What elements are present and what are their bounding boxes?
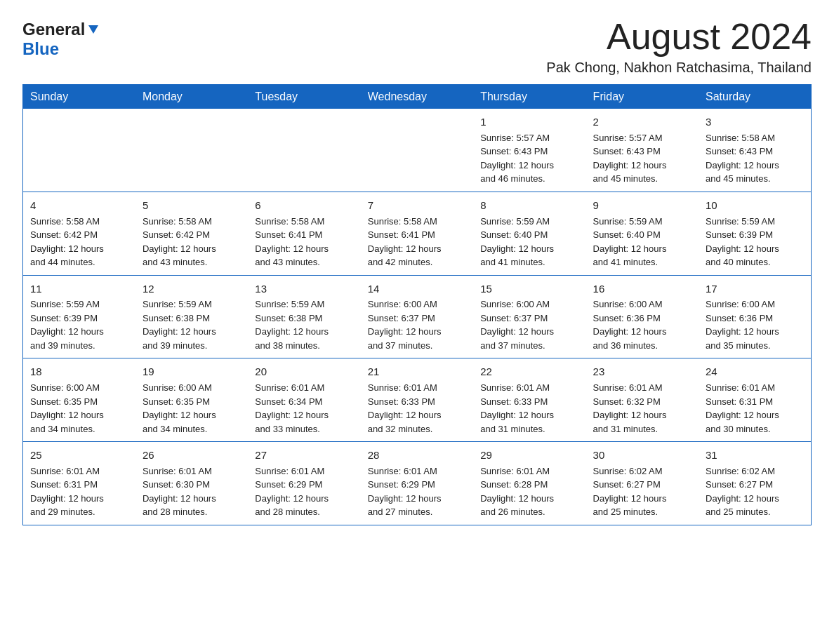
- calendar-cell: 25Sunrise: 6:01 AM Sunset: 6:31 PM Dayli…: [23, 442, 135, 525]
- calendar-cell: 7Sunrise: 5:58 AM Sunset: 6:41 PM Daylig…: [361, 192, 473, 275]
- calendar-cell: 24Sunrise: 6:01 AM Sunset: 6:31 PM Dayli…: [699, 358, 811, 442]
- calendar-cell: 21Sunrise: 6:01 AM Sunset: 6:33 PM Dayli…: [361, 358, 473, 442]
- logo-general-text: General: [22, 20, 85, 39]
- day-number: 29: [480, 448, 578, 463]
- day-info: Sunrise: 5:57 AM Sunset: 6:43 PM Dayligh…: [593, 131, 691, 186]
- calendar-cell: 17Sunrise: 6:00 AM Sunset: 6:36 PM Dayli…: [699, 275, 811, 358]
- calendar-cell: 1Sunrise: 5:57 AM Sunset: 6:43 PM Daylig…: [473, 109, 585, 192]
- calendar-week-row: 1Sunrise: 5:57 AM Sunset: 6:43 PM Daylig…: [23, 109, 812, 192]
- calendar-cell: 31Sunrise: 6:02 AM Sunset: 6:27 PM Dayli…: [699, 442, 811, 525]
- day-number: 15: [480, 281, 578, 297]
- day-info: Sunrise: 5:59 AM Sunset: 6:40 PM Dayligh…: [593, 215, 691, 269]
- day-number: 27: [255, 448, 353, 463]
- calendar-cell: 29Sunrise: 6:01 AM Sunset: 6:28 PM Dayli…: [473, 442, 585, 525]
- day-info: Sunrise: 6:01 AM Sunset: 6:33 PM Dayligh…: [368, 381, 466, 436]
- calendar-cell: 13Sunrise: 5:59 AM Sunset: 6:38 PM Dayli…: [248, 275, 360, 358]
- day-number: 25: [30, 448, 128, 463]
- day-info: Sunrise: 5:57 AM Sunset: 6:43 PM Dayligh…: [480, 131, 578, 186]
- day-number: 22: [480, 364, 578, 380]
- day-number: 19: [143, 364, 241, 380]
- calendar-cell: [361, 109, 473, 192]
- calendar-day-header: Saturday: [699, 85, 811, 109]
- day-number: 16: [593, 281, 691, 297]
- logo-blue-text: Blue: [22, 39, 59, 58]
- calendar-week-row: 4Sunrise: 5:58 AM Sunset: 6:42 PM Daylig…: [23, 192, 812, 275]
- calendar-cell: 15Sunrise: 6:00 AM Sunset: 6:37 PM Dayli…: [473, 275, 585, 358]
- day-number: 12: [143, 281, 241, 297]
- calendar-cell: 5Sunrise: 5:58 AM Sunset: 6:42 PM Daylig…: [135, 192, 248, 275]
- day-info: Sunrise: 6:02 AM Sunset: 6:27 PM Dayligh…: [593, 464, 691, 519]
- day-info: Sunrise: 5:59 AM Sunset: 6:38 PM Dayligh…: [255, 297, 353, 352]
- day-number: 17: [706, 281, 804, 297]
- day-number: 24: [706, 364, 804, 380]
- day-number: 8: [480, 198, 578, 213]
- day-number: 21: [368, 364, 466, 380]
- day-number: 18: [30, 364, 128, 380]
- calendar-cell: 10Sunrise: 5:59 AM Sunset: 6:39 PM Dayli…: [699, 192, 811, 275]
- day-number: 3: [706, 114, 804, 130]
- calendar-cell: [23, 109, 135, 192]
- day-number: 2: [593, 114, 691, 130]
- day-number: 31: [706, 448, 804, 463]
- day-info: Sunrise: 6:00 AM Sunset: 6:35 PM Dayligh…: [143, 381, 241, 436]
- day-number: 4: [30, 198, 128, 213]
- calendar-week-row: 25Sunrise: 6:01 AM Sunset: 6:31 PM Dayli…: [23, 442, 812, 525]
- calendar-cell: [135, 109, 248, 192]
- calendar-cell: 11Sunrise: 5:59 AM Sunset: 6:39 PM Dayli…: [23, 275, 135, 358]
- day-number: 14: [368, 281, 466, 297]
- day-number: 30: [593, 448, 691, 463]
- day-number: 5: [143, 198, 241, 213]
- calendar-cell: 12Sunrise: 5:59 AM Sunset: 6:38 PM Dayli…: [135, 275, 248, 358]
- calendar-cell: 16Sunrise: 6:00 AM Sunset: 6:36 PM Dayli…: [586, 275, 699, 358]
- calendar-cell: 23Sunrise: 6:01 AM Sunset: 6:32 PM Dayli…: [586, 358, 699, 442]
- title-block: August 2024 Pak Chong, Nakhon Ratchasima…: [546, 17, 812, 76]
- calendar-cell: 14Sunrise: 6:00 AM Sunset: 6:37 PM Dayli…: [361, 275, 473, 358]
- day-number: 13: [255, 281, 353, 297]
- calendar-cell: [248, 109, 360, 192]
- day-info: Sunrise: 6:00 AM Sunset: 6:36 PM Dayligh…: [593, 297, 691, 352]
- day-info: Sunrise: 5:59 AM Sunset: 6:39 PM Dayligh…: [706, 215, 804, 269]
- day-info: Sunrise: 5:59 AM Sunset: 6:40 PM Dayligh…: [480, 215, 578, 269]
- day-info: Sunrise: 6:00 AM Sunset: 6:37 PM Dayligh…: [368, 297, 466, 352]
- day-number: 26: [143, 448, 241, 463]
- calendar-cell: 18Sunrise: 6:00 AM Sunset: 6:35 PM Dayli…: [23, 358, 135, 442]
- day-number: 10: [706, 198, 804, 213]
- calendar-table: SundayMondayTuesdayWednesdayThursdayFrid…: [22, 84, 812, 525]
- calendar-week-row: 18Sunrise: 6:00 AM Sunset: 6:35 PM Dayli…: [23, 358, 812, 442]
- day-info: Sunrise: 6:01 AM Sunset: 6:33 PM Dayligh…: [480, 381, 578, 436]
- calendar-day-header: Thursday: [473, 85, 585, 109]
- day-info: Sunrise: 5:58 AM Sunset: 6:42 PM Dayligh…: [143, 215, 241, 269]
- calendar-cell: 9Sunrise: 5:59 AM Sunset: 6:40 PM Daylig…: [586, 192, 699, 275]
- day-info: Sunrise: 6:00 AM Sunset: 6:35 PM Dayligh…: [30, 381, 128, 436]
- calendar-cell: 19Sunrise: 6:00 AM Sunset: 6:35 PM Dayli…: [135, 358, 248, 442]
- day-number: 20: [255, 364, 353, 380]
- calendar-cell: 27Sunrise: 6:01 AM Sunset: 6:29 PM Dayli…: [248, 442, 360, 525]
- calendar-cell: 26Sunrise: 6:01 AM Sunset: 6:30 PM Dayli…: [135, 442, 248, 525]
- day-info: Sunrise: 6:01 AM Sunset: 6:34 PM Dayligh…: [255, 381, 353, 436]
- calendar-day-header: Friday: [586, 85, 699, 109]
- day-info: Sunrise: 5:59 AM Sunset: 6:38 PM Dayligh…: [143, 297, 241, 352]
- calendar-cell: 4Sunrise: 5:58 AM Sunset: 6:42 PM Daylig…: [23, 192, 135, 275]
- day-info: Sunrise: 5:58 AM Sunset: 6:41 PM Dayligh…: [368, 215, 466, 269]
- day-number: 1: [480, 114, 578, 130]
- day-number: 11: [30, 281, 128, 297]
- calendar-day-header: Wednesday: [361, 85, 473, 109]
- calendar-cell: 8Sunrise: 5:59 AM Sunset: 6:40 PM Daylig…: [473, 192, 585, 275]
- day-number: 28: [368, 448, 466, 463]
- svg-marker-0: [88, 25, 98, 34]
- day-info: Sunrise: 6:01 AM Sunset: 6:30 PM Dayligh…: [143, 464, 241, 519]
- day-number: 6: [255, 198, 353, 213]
- day-info: Sunrise: 6:01 AM Sunset: 6:32 PM Dayligh…: [593, 381, 691, 436]
- day-info: Sunrise: 6:00 AM Sunset: 6:37 PM Dayligh…: [480, 297, 578, 352]
- calendar-cell: 3Sunrise: 5:58 AM Sunset: 6:43 PM Daylig…: [699, 109, 811, 192]
- day-info: Sunrise: 5:58 AM Sunset: 6:42 PM Dayligh…: [30, 215, 128, 269]
- day-info: Sunrise: 6:01 AM Sunset: 6:28 PM Dayligh…: [480, 464, 578, 519]
- calendar-header-row: SundayMondayTuesdayWednesdayThursdayFrid…: [23, 85, 812, 109]
- day-number: 9: [593, 198, 691, 213]
- day-info: Sunrise: 5:58 AM Sunset: 6:41 PM Dayligh…: [255, 215, 353, 269]
- day-info: Sunrise: 6:00 AM Sunset: 6:36 PM Dayligh…: [706, 297, 804, 352]
- day-info: Sunrise: 6:02 AM Sunset: 6:27 PM Dayligh…: [706, 464, 804, 519]
- calendar-cell: 22Sunrise: 6:01 AM Sunset: 6:33 PM Dayli…: [473, 358, 585, 442]
- calendar-cell: 20Sunrise: 6:01 AM Sunset: 6:34 PM Dayli…: [248, 358, 360, 442]
- day-info: Sunrise: 6:01 AM Sunset: 6:29 PM Dayligh…: [255, 464, 353, 519]
